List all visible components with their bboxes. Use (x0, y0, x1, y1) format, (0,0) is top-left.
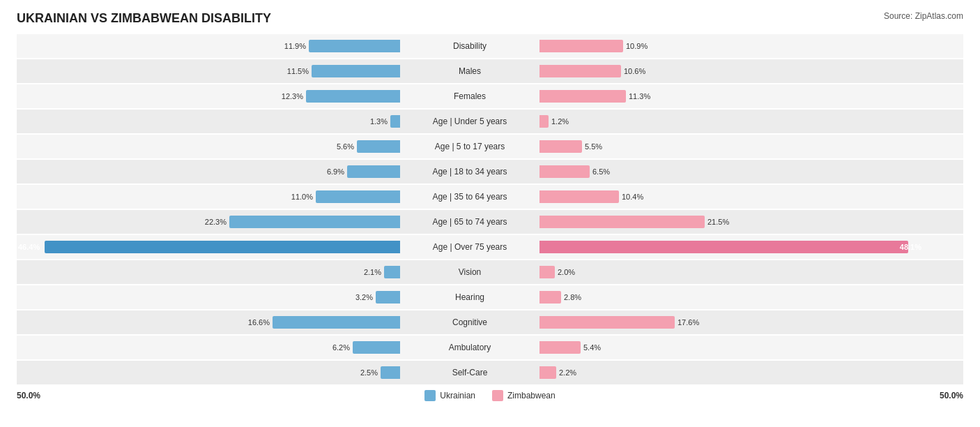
zimbabwean-value: 10.9% (626, 42, 648, 50)
ukrainian-value: 11.5% (287, 67, 309, 75)
right-section: 21.5% (539, 210, 923, 234)
left-section: 12.3% (17, 84, 400, 108)
ukrainian-bar (306, 90, 400, 103)
legend-ukrainian-box (424, 390, 436, 401)
right-section: 1.2% (539, 110, 923, 133)
bar-label: Age | 65 to 74 years (400, 217, 539, 227)
zimbabwean-value: 21.5% (707, 218, 729, 226)
chart-source: Source: ZipAtlas.com (884, 11, 963, 21)
left-section: 16.6% (17, 310, 400, 334)
bar-row: 16.6%Cognitive17.6% (17, 310, 963, 334)
bar-row: 6.9%Age | 18 to 34 years6.5% (17, 160, 963, 183)
bar-label: Vision (400, 267, 539, 277)
bar-row: 3.2%Hearing2.8% (17, 285, 963, 309)
zimbabwean-bar (539, 341, 581, 354)
ukrainian-bar (390, 115, 400, 128)
ukrainian-value: 6.2% (332, 343, 350, 352)
left-section: 6.2% (17, 336, 400, 359)
zimbabwean-bar (539, 90, 626, 103)
right-section: 10.9% (539, 34, 923, 58)
legend-zimbabwean: Zimbabwean (492, 390, 556, 401)
zimbabwean-value: 2.0% (558, 268, 575, 276)
bar-label: Disability (400, 41, 539, 51)
left-section: 11.9% (17, 34, 400, 58)
bar-row: 2.1%Vision2.0% (17, 260, 963, 284)
left-section: 11.0% (17, 185, 400, 209)
ukrainian-bar (273, 316, 400, 329)
right-section: 2.8% (539, 285, 923, 309)
zimbabwean-value: 5.4% (583, 343, 601, 352)
chart-legend: Ukrainian Zimbabwean (424, 390, 555, 401)
ukrainian-bar (357, 140, 400, 153)
zimbabwean-value: 1.2% (551, 117, 569, 126)
legend-ukrainian-label: Ukrainian (440, 391, 475, 400)
bar-label: Age | 18 to 34 years (400, 167, 539, 177)
ukrainian-value: 16.6% (248, 318, 270, 327)
right-section: 2.0% (539, 260, 923, 284)
ukrainian-value: 6.9% (327, 167, 344, 176)
bar-label: Age | Over 75 years (400, 242, 539, 252)
bar-row: 22.3%Age | 65 to 74 years21.5% (17, 210, 963, 234)
ukrainian-bar (347, 165, 400, 178)
left-section: 6.9% (17, 160, 400, 183)
bar-row: 5.6%Age | 5 to 17 years5.5% (17, 135, 963, 158)
bar-label: Ambulatory (400, 343, 539, 352)
bar-row: 11.9%Disability10.9% (17, 34, 963, 58)
chart-area: 11.9%Disability10.9%11.5%Males10.6%12.3%… (17, 34, 963, 384)
bar-label: Age | 5 to 17 years (400, 142, 539, 151)
chart-title: UKRAINIAN VS ZIMBABWEAN DISABILITY (17, 11, 271, 26)
bar-label: Males (400, 66, 539, 76)
ukrainian-bar (229, 216, 400, 228)
footer-right-label: 50.0% (940, 391, 963, 400)
zimbabwean-value: 6.5% (592, 167, 610, 176)
zimbabwean-bar (539, 291, 561, 304)
chart-footer: 50.0% Ukrainian Zimbabwean 50.0% (17, 390, 963, 401)
ukrainian-bar (381, 366, 400, 379)
zimbabwean-bar (539, 266, 555, 278)
bar-row: 2.5%Self-Care2.2% (17, 361, 963, 384)
right-section: 48.1% (539, 235, 923, 259)
ukrainian-value: 22.3% (205, 218, 227, 226)
left-section: 11.5% (17, 59, 400, 83)
zimbabwean-bar (539, 366, 556, 379)
right-section: 10.4% (539, 185, 923, 209)
ukrainian-bar (384, 266, 400, 278)
chart-header: UKRAINIAN VS ZIMBABWEAN DISABILITY Sourc… (17, 11, 963, 26)
zimbabwean-value: 2.8% (564, 293, 581, 301)
ukrainian-value: 2.1% (364, 268, 381, 276)
ukrainian-bar (376, 291, 400, 304)
ukrainian-value: 2.5% (360, 368, 378, 377)
ukrainian-value: 46.4% (18, 243, 40, 251)
right-section: 11.3% (539, 84, 923, 108)
bar-row: 6.2%Ambulatory5.4% (17, 336, 963, 359)
right-section: 10.6% (539, 59, 923, 83)
ukrainian-bar (312, 65, 400, 77)
zimbabwean-bar (539, 140, 582, 153)
zimbabwean-value: 10.4% (622, 193, 643, 201)
legend-zimbabwean-label: Zimbabwean (507, 391, 556, 400)
legend-ukrainian: Ukrainian (424, 390, 475, 401)
left-section: 22.3% (17, 210, 400, 234)
right-section: 5.5% (539, 135, 923, 158)
bar-row: 12.3%Females11.3% (17, 84, 963, 108)
ukrainian-value: 5.6% (337, 142, 354, 151)
right-section: 17.6% (539, 310, 923, 334)
ukrainian-bar (309, 40, 400, 52)
footer-left-label: 50.0% (17, 391, 40, 400)
ukrainian-bar (353, 341, 400, 354)
ukrainian-value: 11.9% (284, 42, 306, 50)
ukrainian-value: 12.3% (282, 92, 303, 100)
bar-label: Age | Under 5 years (400, 117, 539, 126)
left-section: 2.1% (17, 260, 400, 284)
ukrainian-bar (316, 190, 400, 203)
zimbabwean-bar (539, 241, 908, 253)
bar-row: 46.4%Age | Over 75 years48.1% (17, 235, 963, 259)
left-section: 2.5% (17, 361, 400, 384)
ukrainian-value: 3.2% (355, 293, 373, 301)
ukrainian-bar (45, 241, 400, 253)
ukrainian-value: 1.3% (370, 117, 388, 126)
left-section: 1.3% (17, 110, 400, 133)
legend-zimbabwean-box (492, 390, 503, 401)
zimbabwean-bar (539, 40, 623, 52)
bar-label: Cognitive (400, 317, 539, 327)
